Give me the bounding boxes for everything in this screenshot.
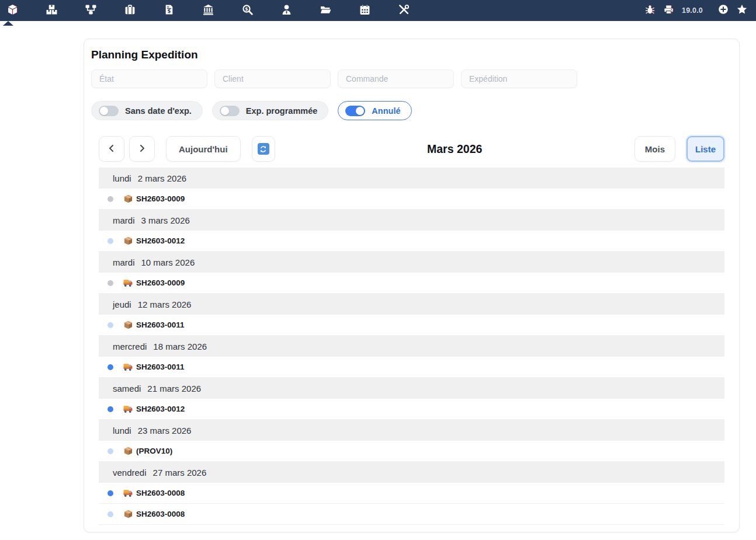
month-view-button[interactable]: Mois bbox=[634, 136, 675, 162]
briefcase-icon bbox=[124, 4, 136, 18]
day-header-row: lundi23 mars 2026 bbox=[99, 420, 724, 441]
bug-report-button[interactable] bbox=[644, 5, 656, 16]
planning-card: Planning Expedition Sans date d'exp. Exp… bbox=[84, 39, 740, 532]
client-filter-input[interactable] bbox=[214, 69, 331, 88]
event-row[interactable]: (PROV10) bbox=[99, 441, 724, 462]
day-date: 23 mars 2026 bbox=[138, 426, 192, 436]
day-date: 10 mars 2026 bbox=[141, 257, 195, 267]
day-date: 18 mars 2026 bbox=[153, 342, 207, 351]
day-weekday: lundi bbox=[113, 426, 131, 436]
day-header-row: jeudi12 mars 2026 bbox=[99, 294, 724, 315]
day-date: 27 mars 2026 bbox=[153, 468, 207, 478]
nav-item-documents[interactable] bbox=[320, 5, 331, 16]
calendar-toolbar: Aujourd'hui Mars 2026 Mois Liste bbox=[99, 136, 724, 162]
toggle-row: Sans date d'exp. Exp. programmée Annulé bbox=[91, 101, 732, 120]
day-header-row: mercredi18 mars 2026 bbox=[99, 336, 724, 357]
nav-item-billing[interactable]: $ bbox=[164, 5, 175, 16]
nav-item-hr[interactable] bbox=[281, 5, 292, 16]
event-dot-blue bbox=[107, 364, 113, 370]
package-icon bbox=[123, 194, 133, 204]
event-row[interactable]: SH2603-0008 bbox=[99, 504, 724, 525]
print-button[interactable] bbox=[663, 5, 674, 16]
event-row[interactable]: SH2603-0011 bbox=[99, 357, 724, 378]
nav-item-organization[interactable] bbox=[85, 5, 96, 16]
event-row[interactable]: SH2603-0011 bbox=[99, 315, 724, 336]
svg-text:$: $ bbox=[245, 6, 248, 11]
truck-icon bbox=[123, 363, 133, 372]
event-title: SH2603-0012 bbox=[136, 236, 185, 245]
prev-month-button[interactable] bbox=[99, 136, 124, 162]
commande-filter-input[interactable] bbox=[338, 69, 454, 88]
navbar-menu: $ $ bbox=[0, 5, 410, 16]
event-title: SH2603-0011 bbox=[136, 363, 185, 371]
etat-filter-input[interactable] bbox=[91, 69, 207, 88]
nav-item-agenda[interactable] bbox=[359, 5, 370, 16]
page-title: Planning Expedition bbox=[91, 48, 732, 61]
quick-add-button[interactable] bbox=[717, 5, 729, 16]
toggle-annule[interactable]: Annulé bbox=[338, 101, 411, 120]
toggle-label: Sans date d'exp. bbox=[125, 106, 192, 116]
event-dot-blue bbox=[107, 406, 113, 412]
switch-knob bbox=[356, 107, 364, 115]
package-icon bbox=[123, 236, 133, 246]
day-header-row: lundi2 mars 2026 bbox=[99, 168, 724, 189]
nav-item-commerce[interactable] bbox=[124, 5, 136, 16]
event-title: SH2603-0008 bbox=[136, 489, 185, 497]
event-title: SH2603-0009 bbox=[136, 194, 185, 203]
day-header-row: mardi3 mars 2026 bbox=[99, 210, 724, 231]
day-weekday: mardi bbox=[113, 215, 135, 225]
nav-item-accounting[interactable]: $ bbox=[242, 5, 253, 16]
active-menu-caret bbox=[3, 21, 13, 26]
top-navbar: $ $ 19.0.0 bbox=[0, 0, 756, 21]
event-row[interactable]: SH2603-0012 bbox=[99, 399, 724, 420]
list-view-button[interactable]: Liste bbox=[686, 136, 724, 162]
nav-item-tools[interactable] bbox=[398, 5, 410, 16]
refresh-button[interactable] bbox=[252, 136, 275, 162]
day-weekday: jeudi bbox=[113, 299, 131, 309]
event-dot-light_blue bbox=[107, 238, 113, 244]
day-date: 3 mars 2026 bbox=[141, 215, 190, 225]
event-dot-light_blue bbox=[107, 511, 113, 517]
nav-item-stock[interactable] bbox=[46, 5, 57, 16]
bank-icon bbox=[203, 4, 214, 18]
day-header-row: mardi10 mars 2026 bbox=[99, 252, 724, 273]
day-weekday: lundi bbox=[113, 173, 131, 183]
toggle-switch-2 bbox=[345, 106, 365, 116]
event-row[interactable]: SH2603-0009 bbox=[99, 273, 724, 294]
version-label: 19.0.0 bbox=[682, 6, 703, 15]
toggle-exp-programmee[interactable]: Exp. programmée bbox=[212, 101, 329, 120]
svg-text:$: $ bbox=[168, 8, 171, 14]
day-date: 12 mars 2026 bbox=[138, 299, 192, 309]
event-title: SH2603-0009 bbox=[136, 278, 185, 287]
day-weekday: samedi bbox=[113, 384, 141, 393]
bookmarks-button[interactable] bbox=[736, 5, 747, 16]
nav-item-products[interactable] bbox=[7, 5, 18, 16]
event-row[interactable]: SH2603-0009 bbox=[99, 189, 724, 210]
day-weekday: vendredi bbox=[113, 468, 147, 478]
event-row[interactable]: SH2603-0008 bbox=[99, 483, 724, 504]
event-dot-gray bbox=[107, 196, 113, 202]
event-title: (PROV10) bbox=[136, 447, 172, 455]
star-icon bbox=[737, 4, 747, 17]
day-date: 2 mars 2026 bbox=[138, 173, 186, 183]
nav-item-bank[interactable] bbox=[203, 5, 214, 16]
toggle-switch-1 bbox=[220, 106, 240, 116]
day-weekday: mercredi bbox=[113, 342, 147, 351]
switch-knob bbox=[221, 107, 229, 115]
folder-open-icon bbox=[320, 4, 331, 18]
truck-icon bbox=[123, 278, 133, 288]
boxes-icon bbox=[46, 4, 57, 18]
sync-icon bbox=[258, 143, 269, 155]
next-month-button[interactable] bbox=[129, 136, 155, 162]
calendar-title: Mars 2026 bbox=[275, 142, 634, 156]
day-header-row: samedi21 mars 2026 bbox=[99, 378, 724, 399]
event-dot-light_blue bbox=[107, 448, 113, 454]
chevron-right-icon bbox=[137, 144, 147, 155]
toggle-switch-0 bbox=[99, 106, 119, 116]
event-title: SH2603-0008 bbox=[136, 510, 185, 518]
day-header-row: vendredi27 mars 2026 bbox=[99, 462, 724, 483]
event-row[interactable]: SH2603-0012 bbox=[99, 231, 724, 252]
expedition-filter-input[interactable] bbox=[461, 69, 577, 88]
today-button[interactable]: Aujourd'hui bbox=[166, 136, 241, 162]
toggle-sans-date[interactable]: Sans date d'exp. bbox=[91, 101, 203, 120]
